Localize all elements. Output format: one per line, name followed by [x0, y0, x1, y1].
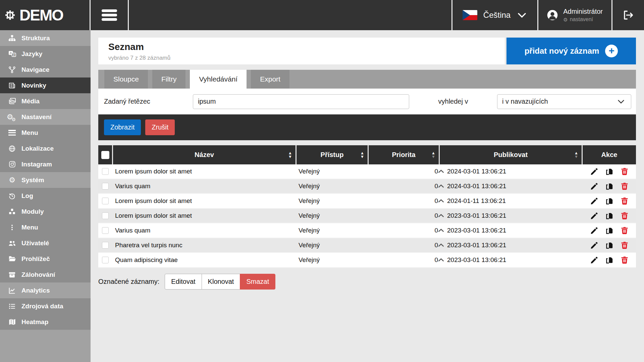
search-input[interactable] — [193, 94, 409, 109]
trash-icon[interactable] — [620, 241, 629, 250]
sidebar-item-lokalizace[interactable]: Lokalizace — [0, 141, 91, 156]
row-checkbox[interactable] — [102, 212, 109, 219]
pencil-icon[interactable] — [590, 167, 599, 176]
row-checkbox[interactable] — [102, 227, 109, 234]
priority-up-icon[interactable] — [438, 199, 444, 203]
sidebar-item-label: Instagram — [21, 161, 52, 168]
sidebar-item-novinky[interactable]: Novinky — [0, 77, 91, 93]
record-name: Quam adipiscing vitae — [113, 253, 296, 267]
row-checkbox[interactable] — [102, 183, 109, 190]
cancel-button[interactable]: Zrušit — [145, 119, 175, 135]
language-selector[interactable]: Čeština — [451, 0, 537, 30]
priority-up-icon[interactable] — [438, 184, 444, 188]
priority-up-icon[interactable] — [438, 169, 444, 173]
table-row: Varius quam Veřejný 0 2023-03-01 13:06:2… — [98, 223, 636, 238]
pencil-icon[interactable] — [590, 256, 599, 264]
tab-filtry[interactable]: Filtry — [152, 70, 186, 89]
copy-icon[interactable] — [605, 256, 614, 264]
row-checkbox[interactable] — [102, 198, 109, 204]
copy-icon[interactable] — [605, 226, 614, 235]
copy-icon[interactable] — [605, 211, 614, 220]
row-checkbox[interactable] — [102, 242, 109, 249]
sidebar-item-media[interactable]: Média — [0, 93, 91, 109]
priority-up-icon[interactable] — [438, 243, 444, 247]
select-all-header[interactable] — [98, 145, 112, 164]
sidebar-item-nastaveni[interactable]: ⚙⚙ Nastavení — [0, 109, 91, 125]
record-name: Lorem ipsum dolor sit amet — [113, 209, 296, 223]
record-access: Veřejný — [297, 179, 368, 193]
trash-icon[interactable] — [620, 211, 629, 220]
sort-arrows-icon[interactable]: ▲▼ — [288, 151, 292, 159]
column-header-priorita[interactable]: Priorita ▲▼ — [369, 145, 439, 164]
instagram-icon — [7, 161, 17, 168]
sidebar-item-log[interactable]: Log — [0, 188, 91, 204]
priority-up-icon[interactable] — [438, 214, 444, 218]
sitemap-icon — [7, 35, 17, 42]
account-name: Administrátor — [563, 8, 603, 15]
record-priority: 0 — [369, 209, 439, 223]
sidebar-item-system[interactable]: ⚙ Systém — [0, 172, 91, 188]
sidebar-item-moduly[interactable]: Moduly — [0, 204, 91, 219]
clone-selected-button[interactable]: Klonovat — [202, 274, 240, 290]
row-checkbox[interactable] — [102, 257, 109, 263]
trash-icon[interactable] — [620, 256, 629, 264]
sidebar-item-menu[interactable]: Menu — [0, 125, 91, 141]
sidebar-item-struktura[interactable]: Struktura — [0, 30, 91, 46]
pencil-icon[interactable] — [590, 197, 599, 205]
sidebar-item-uzivatele[interactable]: Uživatelé — [0, 235, 91, 251]
show-button[interactable]: Zobrazit — [104, 119, 141, 135]
sidebar-item-label: Lokalizace — [21, 145, 54, 152]
copy-icon[interactable] — [605, 241, 614, 250]
plus-circle-icon: + — [605, 45, 618, 57]
sidebar-item-jazyky[interactable]: Jazyky — [0, 46, 91, 62]
select-all-checkbox[interactable] — [101, 151, 109, 159]
gear-logo-icon — [5, 6, 15, 24]
pencil-icon[interactable] — [590, 226, 599, 235]
pencil-icon[interactable] — [590, 182, 599, 191]
sidebar-item-navigace[interactable]: Navigace — [0, 62, 91, 77]
sidebar-toggle-button[interactable] — [91, 0, 129, 30]
table-row: Varius quam Veřejný 0 2024-03-01 13:06:2… — [98, 179, 636, 194]
trash-icon[interactable] — [620, 226, 629, 235]
logout-button[interactable] — [611, 0, 644, 30]
table-row: Quam adipiscing vitae Veřejný 0 2023-03-… — [98, 253, 636, 268]
copy-icon[interactable] — [605, 182, 614, 191]
account-menu[interactable]: Administrátor ⚙ nastavení — [537, 0, 611, 30]
sidebar-item-instagram[interactable]: Instagram — [0, 156, 91, 172]
pencil-icon[interactable] — [590, 211, 599, 220]
record-access: Veřejný — [297, 253, 368, 267]
tab-sloupce[interactable]: Sloupce — [104, 70, 148, 89]
tab-vyhledavani[interactable]: Vyhledávání — [190, 70, 247, 89]
record-priority: 0 — [369, 223, 439, 238]
list-icon — [7, 303, 17, 310]
sidebar-item-zalohovani[interactable]: Zálohování — [0, 267, 91, 282]
priority-up-icon[interactable] — [438, 258, 444, 262]
sort-arrows-icon[interactable]: ▲▼ — [574, 151, 578, 159]
trash-icon[interactable] — [620, 197, 629, 205]
column-header-nazev[interactable]: Název ▲▼ — [113, 145, 296, 164]
trash-icon[interactable] — [620, 167, 629, 176]
search-scope-select[interactable]: i v navazujících — [497, 94, 631, 109]
app-logo[interactable]: DEMO — [0, 0, 91, 30]
record-publish-date: 2024-01-11 13:06:21 — [447, 197, 506, 205]
sidebar-item-zdrojova-data[interactable]: Zdrojová data — [0, 298, 91, 314]
sort-arrows-icon[interactable]: ▲▼ — [431, 151, 435, 159]
add-record-button[interactable]: přidat nový záznam + — [506, 38, 636, 64]
edit-selected-button[interactable]: Editovat — [165, 274, 202, 290]
sidebar-item-menu-2[interactable]: Menu — [0, 219, 91, 235]
copy-icon[interactable] — [605, 167, 614, 176]
account-settings-link[interactable]: ⚙ nastavení — [563, 16, 603, 22]
sidebar-item-analytics[interactable]: Analytics — [0, 282, 91, 298]
sidebar-item-heatmap[interactable]: Heatmap — [0, 314, 91, 330]
delete-selected-button[interactable]: Smazat — [240, 274, 275, 290]
copy-icon[interactable] — [605, 197, 614, 205]
tab-export[interactable]: Export — [251, 70, 289, 89]
sort-arrows-icon[interactable]: ▲▼ — [360, 151, 364, 159]
trash-icon[interactable] — [620, 182, 629, 191]
pencil-icon[interactable] — [590, 241, 599, 250]
row-checkbox[interactable] — [102, 168, 109, 175]
sidebar-item-prohlizec[interactable]: Prohlížeč — [0, 251, 91, 267]
column-header-pristup[interactable]: Přístup ▲▼ — [297, 145, 368, 164]
column-header-publikovat[interactable]: Publikovat ▲▼ — [440, 145, 582, 164]
priority-up-icon[interactable] — [438, 228, 444, 232]
